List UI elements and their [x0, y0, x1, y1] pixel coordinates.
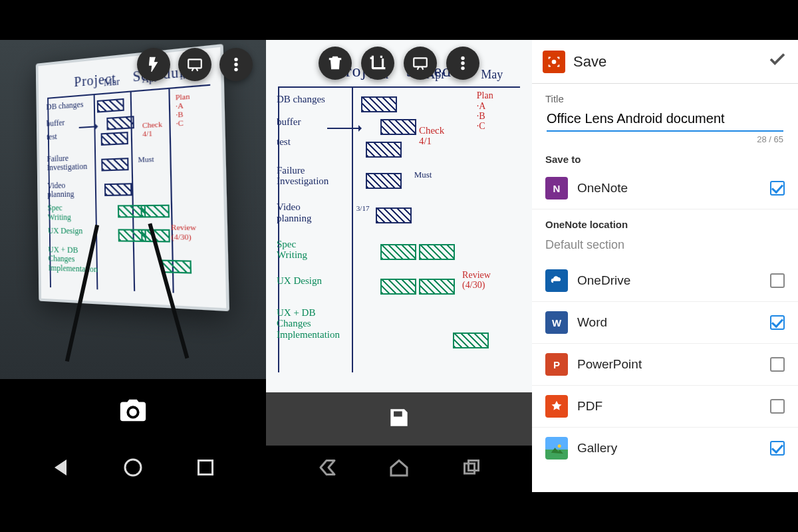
recents-icon	[460, 456, 483, 479]
target-onenote[interactable]: N OneNote	[532, 168, 798, 209]
svg-point-7	[462, 57, 464, 59]
trash-icon	[327, 55, 344, 72]
note-must: Must	[138, 154, 154, 164]
whiteboard-grid: Mar Apr May DB changes buffer test Failu…	[47, 84, 215, 295]
row-db-changes: DB changes	[277, 94, 349, 105]
mode-button[interactable]	[404, 47, 437, 80]
whiteboard-live: Project Schedule Mar Apr May DB c	[36, 44, 229, 311]
target-label: PDF	[577, 399, 761, 414]
svg-point-1	[235, 58, 237, 61]
check-icon	[767, 49, 787, 69]
checkbox[interactable]	[770, 441, 785, 456]
pdf-icon	[545, 395, 568, 418]
save-icon	[386, 405, 412, 430]
save-button[interactable]	[386, 405, 412, 433]
more-icon	[227, 56, 245, 73]
note-check: Check 4/1	[142, 120, 163, 138]
onenote-location[interactable]: Default section	[532, 233, 798, 260]
checkbox[interactable]	[770, 399, 785, 414]
more-button[interactable]	[219, 48, 253, 81]
gallery-icon	[545, 437, 568, 460]
row-video: Video planning	[47, 180, 92, 199]
row-test: test	[277, 136, 349, 148]
svg-point-13	[558, 444, 561, 448]
letterbox-bottom	[0, 492, 798, 532]
label-onenote-loc: OneNote location	[532, 209, 798, 233]
row-uxdb: UX + DB Changes Implementation	[277, 307, 349, 340]
svg-point-3	[235, 68, 237, 70]
crop-icon	[369, 55, 386, 72]
three-screens: Project Schedule Mar Apr May DB c	[0, 40, 798, 492]
note-check: Check 4/1	[419, 125, 444, 147]
camera-shutter-bar	[0, 379, 266, 446]
nav-home-button[interactable]	[121, 456, 145, 482]
onenote-icon: N	[545, 177, 568, 200]
whiteboard-grid: Mar Apr May DB changes buffer test Failu…	[278, 86, 520, 372]
svg-point-2	[235, 63, 237, 66]
android-navbar-2	[266, 446, 532, 492]
letterbox-top	[0, 0, 798, 40]
crop-button[interactable]	[361, 47, 394, 80]
note-date: 3/17	[356, 204, 370, 212]
camera-toolbar	[137, 48, 253, 81]
mode-button[interactable]	[178, 48, 211, 81]
shutter-button[interactable]	[118, 396, 148, 429]
crop-toolbar	[319, 47, 479, 80]
note-plan: Plan ·A ·B ·C	[176, 91, 191, 127]
nav-back-button[interactable]	[49, 456, 72, 482]
svg-point-8	[462, 62, 464, 65]
whiteboard-scanned: Project Schedule Mar Apr May DB changes …	[266, 40, 532, 392]
more-icon	[454, 55, 471, 72]
flash-button[interactable]	[137, 48, 170, 81]
save-header: Save	[532, 40, 798, 84]
camera-viewport: Project Schedule Mar Apr May DB c	[0, 40, 266, 379]
flash-icon	[145, 56, 162, 73]
more-button[interactable]	[446, 47, 479, 80]
screen-save: Save Title 28 / 65 Save to N OneNote One…	[532, 40, 798, 492]
svg-rect-0	[188, 59, 201, 68]
save-title: Save	[573, 53, 606, 70]
note-plan: Plan ·A ·B ·C	[477, 90, 493, 132]
checkbox[interactable]	[770, 357, 785, 372]
confirm-button[interactable]	[767, 49, 787, 74]
target-gallery[interactable]: Gallery	[532, 428, 798, 469]
whiteboard-easel: Project Schedule Mar Apr May DB c	[34, 58, 221, 300]
back-icon	[49, 456, 72, 479]
row-video: Video planning	[277, 201, 349, 223]
home-icon	[121, 456, 145, 479]
delete-button[interactable]	[319, 47, 352, 80]
nav-home-button[interactable]	[387, 456, 411, 482]
label-saveto: Save to	[532, 144, 798, 168]
target-powerpoint[interactable]: P PowerPoint	[532, 344, 798, 386]
row-spec: Spec Writing	[47, 203, 92, 221]
camera-icon	[118, 396, 148, 426]
svg-point-4	[125, 460, 141, 475]
nav-recents-button[interactable]	[460, 456, 483, 482]
officelens-icon	[543, 51, 565, 73]
target-onedrive[interactable]: OneDrive	[532, 260, 798, 302]
note-must: Must	[414, 170, 432, 180]
svg-point-12	[552, 59, 557, 64]
whiteboard-mode-icon	[186, 56, 203, 73]
target-pdf[interactable]: PDF	[532, 386, 798, 428]
screen-camera: Project Schedule Mar Apr May DB c	[0, 40, 266, 492]
recents-icon	[194, 456, 217, 479]
nav-recents-button[interactable]	[194, 456, 217, 482]
title-input[interactable]	[547, 107, 783, 132]
svg-rect-5	[199, 461, 213, 475]
target-label: Gallery	[577, 441, 761, 456]
target-label: OneNote	[577, 181, 761, 196]
nav-back-button[interactable]	[315, 456, 338, 482]
row-ux: UX Design	[48, 226, 93, 235]
row-failure: Failure Investigation	[47, 153, 92, 172]
back-icon	[315, 456, 338, 479]
row-spec: Spec Writing	[277, 239, 349, 261]
target-word[interactable]: W Word	[532, 302, 798, 344]
checkbox[interactable]	[770, 315, 785, 330]
checkbox[interactable]	[770, 181, 785, 196]
target-label: PowerPoint	[577, 357, 761, 372]
label-title: Title	[532, 84, 798, 107]
checkbox[interactable]	[770, 273, 785, 288]
whiteboard-mode-icon	[412, 55, 429, 72]
char-counter: 28 / 65	[532, 132, 798, 144]
